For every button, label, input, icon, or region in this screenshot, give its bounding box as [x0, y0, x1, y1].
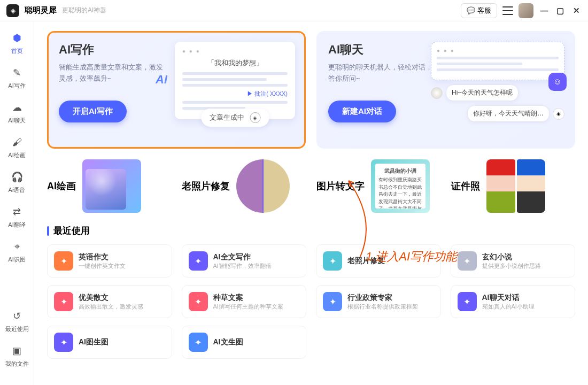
- id-thumb: [486, 159, 545, 213]
- main-content: AI写作 智能生成高质量文章和文案，激发灵感，效率飙升~ 开启AI写作 AI ●…: [34, 21, 588, 385]
- chat-icon: ☁: [10, 101, 24, 114]
- recent-item[interactable]: ✦优美散文高效输出散文，激发灵感: [47, 285, 172, 318]
- customer-service-button[interactable]: 💬 客服: [461, 3, 497, 18]
- template-icon: ✦: [54, 333, 73, 352]
- headphone-icon: 🎧: [10, 170, 24, 184]
- menu-icon[interactable]: [502, 6, 513, 15]
- template-icon: ✦: [458, 251, 477, 271]
- template-icon: ✦: [54, 292, 73, 311]
- window-maximize[interactable]: ▢: [555, 6, 566, 16]
- feature-id-photo[interactable]: 证件照: [451, 159, 575, 213]
- hero-chat-desc: 更聪明的聊天机器人，轻松对话，答你所问~: [328, 62, 435, 84]
- window-close[interactable]: ✕: [571, 6, 582, 16]
- sidebar-item-home[interactable]: ⬢首页: [10, 31, 24, 55]
- sidebar-item-files[interactable]: ▣我的文件: [5, 344, 29, 368]
- new-ai-chat-button[interactable]: 新建AI对话: [328, 101, 396, 122]
- template-icon: ✦: [323, 292, 342, 311]
- ai-badge: AI: [156, 73, 167, 87]
- window-minimize[interactable]: —: [539, 6, 550, 15]
- paint-thumb: [82, 159, 141, 213]
- user-avatar-icon: [431, 87, 443, 99]
- scan-icon: ⌖: [10, 240, 24, 253]
- titlebar: ◈ 聪明灵犀 更聪明的AI神器 💬 客服 — ▢ ✕: [0, 0, 588, 21]
- history-icon: ↺: [10, 309, 24, 323]
- recent-item[interactable]: ✦行业政策专家根据行业名称提供政策框架: [316, 285, 441, 318]
- app-logo: ◈: [6, 4, 19, 17]
- template-icon: ✦: [458, 292, 477, 311]
- chat-preview: ● ● ● ☺ Hi~今天的天气怎样呢 你好呀，今天天气晴朗…◈: [431, 42, 564, 122]
- generating-pill: 文章生成中 ◈: [201, 109, 269, 127]
- sidebar-item-chat[interactable]: ☁AI聊天: [8, 101, 25, 125]
- ocr-thumb: 武昌街的小调有时候到重庆南路买书总会不自觉地到武昌街去走一下，最近发现武昌街大大…: [371, 159, 430, 213]
- recent-item[interactable]: ✦AI图生图: [47, 326, 172, 359]
- template-icon: ✦: [189, 333, 208, 352]
- translate-icon: ⇄: [10, 205, 24, 219]
- template-icon: ✦: [54, 251, 73, 271]
- feature-ai-paint[interactable]: AI绘画: [47, 159, 171, 213]
- feature-img-to-text[interactable]: 图片转文字 武昌街的小调有时候到重庆南路买书总会不自觉地到武昌街去走一下，最近发…: [316, 159, 440, 213]
- template-icon: ✦: [323, 251, 342, 271]
- recent-item[interactable]: ✦AI文生图: [182, 326, 307, 359]
- home-icon: ⬢: [10, 31, 24, 45]
- sidebar-item-paint[interactable]: 🖌AI绘画: [8, 135, 25, 159]
- brush-icon: 🖌: [10, 135, 24, 149]
- recent-item[interactable]: ✦AI全文写作AI智能写作，效率翻倍: [182, 244, 307, 278]
- feature-old-photo[interactable]: 老照片修复: [182, 159, 306, 213]
- sidebar: ⬢首页 ✎AI写作 ☁AI聊天 🖌AI绘画 🎧Ai语音 ⇄AI翻译 ⌖AI识图 …: [0, 21, 34, 385]
- hero-write-desc: 智能生成高质量文章和文案，激发灵感，效率飙升~: [59, 62, 166, 84]
- sidebar-item-write[interactable]: ✎AI写作: [8, 66, 25, 90]
- sidebar-item-ocr[interactable]: ⌖AI识图: [8, 240, 25, 264]
- speech-bubble-icon: 💬: [467, 6, 475, 14]
- recent-item[interactable]: ✦AI聊天对话宛如真人的AI小助理: [451, 285, 576, 318]
- folder-icon: ▣: [10, 344, 24, 358]
- recent-item[interactable]: ✦玄幻小说提供更多小说创作思路: [451, 244, 576, 278]
- user-avatar[interactable]: [519, 3, 533, 18]
- sidebar-item-translate[interactable]: ⇄AI翻译: [8, 205, 25, 229]
- hero-card-chat[interactable]: AI聊天 更聪明的聊天机器人，轻松对话，答你所问~ 新建AI对话 ● ● ● ☺…: [316, 31, 575, 149]
- write-preview-window: AI ● ● ● 「我和我的梦想」 ▶ 批注( XXXX) 文章生成中 ◈: [175, 42, 295, 119]
- bot-avatar-icon: ◈: [553, 108, 564, 120]
- sidebar-item-voice[interactable]: 🎧Ai语音: [9, 170, 26, 194]
- restore-thumb: [236, 159, 290, 213]
- recent-grid: ✦英语作文一键创作英文作文✦AI全文写作AI智能写作，效率翻倍✦老照片修复✦玄幻…: [47, 244, 575, 359]
- hero-card-write[interactable]: AI写作 智能生成高质量文章和文案，激发灵感，效率飙升~ 开启AI写作 AI ●…: [47, 31, 306, 149]
- pen-icon: ✎: [10, 66, 24, 80]
- chat-bot-icon: ☺: [548, 73, 567, 91]
- recent-item[interactable]: ✦老照片修复: [316, 244, 441, 278]
- template-icon: ✦: [189, 251, 208, 271]
- start-ai-write-button[interactable]: 开启AI写作: [59, 101, 127, 122]
- recent-item[interactable]: ✦英语作文一键创作英文作文: [47, 244, 172, 278]
- stamp-icon: ◈: [250, 112, 260, 123]
- app-name: 聪明灵犀: [25, 5, 57, 16]
- recent-section-head: 最近使用: [47, 225, 575, 237]
- sidebar-item-recent[interactable]: ↺最近使用: [5, 309, 29, 333]
- app-slogan: 更聪明的AI神器: [62, 6, 106, 15]
- template-icon: ✦: [189, 292, 208, 311]
- recent-item[interactable]: ✦种草文案AI撰写任何主题的种草文案: [182, 285, 307, 318]
